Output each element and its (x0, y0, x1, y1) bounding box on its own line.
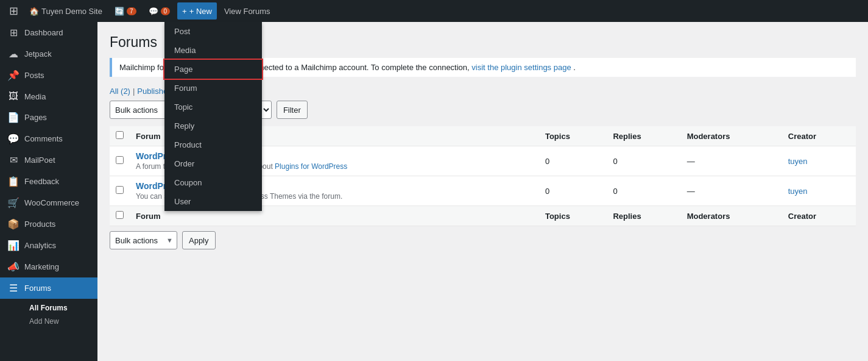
sidebar-subitem-add-new[interactable]: Add New (24, 315, 97, 328)
menu-item-forum[interactable]: Forum (164, 79, 262, 98)
sidebar: ⊞ Dashboard ☁ Jetpack 📌 Posts 🖼 Media 📄 … (0, 22, 97, 361)
row1-checkbox-cell (110, 146, 130, 176)
new-dropdown-menu: Post Media Page Forum Topic Reply Produc… (164, 22, 262, 211)
sidebar-item-woocommerce[interactable]: 🛒 WooCommerce (0, 192, 97, 213)
row1-creator-link[interactable]: tuyen (788, 157, 808, 166)
row1-replies: 0 (607, 146, 680, 176)
jetpack-icon: ☁ (7, 48, 19, 60)
sidebar-label-dashboard: Dashboard (24, 28, 63, 37)
menu-item-product[interactable]: Product (164, 135, 262, 154)
updates-count: 7 (127, 7, 136, 15)
bulk-actions-label-bottom: Bulk actions (110, 236, 163, 245)
home-icon: 🏠 (29, 7, 39, 16)
all-forums-filter[interactable]: All (2) (110, 87, 130, 96)
sidebar-item-pages[interactable]: 📄 Pages (0, 107, 97, 128)
row2-creator-link[interactable]: tuyen (788, 187, 808, 196)
site-link[interactable]: 🏠 Tuyen Demo Site (24, 0, 107, 22)
row1-topics: 0 (539, 146, 607, 176)
updates-icon: 🔄 (115, 7, 124, 16)
sidebar-item-marketing[interactable]: 📣 Marketing (0, 256, 97, 277)
sidebar-label-analytics: Analytics (24, 241, 56, 250)
new-button[interactable]: + + New (177, 2, 217, 20)
wp-logo-icon[interactable]: ⊞ (5, 2, 22, 20)
sidebar-label-feedback: Feedback (24, 177, 59, 186)
bottom-toolbar: Bulk actions ▼ Apply (110, 231, 856, 249)
sidebar-item-analytics[interactable]: 📊 Analytics (0, 235, 97, 256)
products-icon: 📦 (7, 218, 19, 230)
main-layout: ⊞ Dashboard ☁ Jetpack 📌 Posts 🖼 Media 📄 … (0, 22, 868, 361)
th-creator-bottom: Creator (782, 206, 856, 226)
comments-nav-icon: 💬 (7, 133, 19, 145)
comments-icon: 💬 (149, 7, 158, 16)
sidebar-label-jetpack: Jetpack (24, 49, 52, 59)
menu-item-reply[interactable]: Reply (164, 116, 262, 135)
sidebar-submenu-forums: All Forums Add New (0, 299, 97, 331)
pages-icon: 📄 (7, 112, 19, 123)
sidebar-item-media[interactable]: 🖼 Media (0, 86, 97, 107)
notice-link[interactable]: visit the plugin settings page (471, 63, 571, 72)
th-replies-bottom: Replies (607, 206, 680, 226)
th-checkbox (110, 126, 130, 146)
row2-topics: 0 (539, 176, 607, 206)
site-name: Tuyen Demo Site (41, 7, 102, 16)
updates-link[interactable]: 🔄 7 (110, 0, 141, 22)
comments-link[interactable]: 💬 0 (144, 0, 175, 22)
menu-item-media[interactable]: Media (164, 41, 262, 60)
filter-button[interactable]: Filter (277, 101, 308, 119)
sidebar-item-forums[interactable]: ☰ Forums (0, 277, 97, 299)
th-topics: Topics (539, 126, 607, 146)
sidebar-subitem-all-forums[interactable]: All Forums (24, 301, 97, 315)
select-all-checkbox-bottom[interactable] (116, 211, 124, 219)
sidebar-item-mailpoet[interactable]: ✉ MailPoet (0, 149, 97, 171)
comments-count: 0 (161, 7, 171, 15)
view-forums-link[interactable]: View Forums (219, 0, 275, 22)
menu-item-post[interactable]: Post (164, 22, 262, 41)
marketing-icon: 📣 (7, 261, 19, 273)
apply-button-bottom[interactable]: Apply (182, 231, 216, 249)
select-all-checkbox-top[interactable] (116, 131, 124, 139)
sidebar-item-dashboard[interactable]: ⊞ Dashboard (0, 22, 97, 43)
menu-item-order[interactable]: Order (164, 154, 262, 173)
menu-item-page[interactable]: Page (164, 60, 262, 79)
forums-icon: ☰ (7, 282, 19, 294)
row1-creator: tuyen (782, 146, 856, 176)
analytics-icon: 📊 (7, 240, 19, 251)
sidebar-label-products: Products (24, 220, 55, 229)
sidebar-item-feedback[interactable]: 📋 Feedback (0, 171, 97, 192)
bulk-actions-select-bottom[interactable]: Bulk actions ▼ (110, 231, 177, 249)
bulk-actions-label-top: Bulk actions (110, 105, 163, 115)
posts-icon: 📌 (7, 70, 19, 81)
bulk-actions-arrow-bottom: ▼ (163, 237, 177, 244)
sidebar-label-forums: Forums (24, 284, 51, 293)
th-moderators-bottom: Moderators (681, 206, 782, 226)
row2-replies: 0 (607, 176, 680, 206)
menu-item-user[interactable]: User (164, 192, 262, 211)
sidebar-label-posts: Posts (24, 71, 44, 80)
sidebar-item-products[interactable]: 📦 Products (0, 213, 97, 235)
th-checkbox-bottom (110, 206, 130, 226)
menu-item-coupon[interactable]: Coupon (164, 173, 262, 192)
feedback-icon: 📋 (7, 176, 19, 187)
mailpoet-icon: ✉ (7, 154, 19, 166)
sidebar-label-woocommerce: WooCommerce (24, 198, 79, 207)
row1-checkbox[interactable] (116, 156, 124, 164)
row1-desc-link[interactable]: Plugins for WordPress (275, 162, 347, 171)
sidebar-label-mailpoet: MailPoet (24, 155, 55, 165)
sidebar-item-comments[interactable]: 💬 Comments (0, 128, 97, 149)
sidebar-label-marketing: Marketing (24, 262, 59, 271)
sidebar-label-pages: Pages (24, 113, 47, 122)
row2-checkbox[interactable] (116, 186, 124, 194)
dashboard-icon: ⊞ (7, 27, 19, 38)
sidebar-item-jetpack[interactable]: ☁ Jetpack (0, 43, 97, 65)
woocommerce-icon: 🛒 (7, 197, 19, 209)
th-topics-bottom: Topics (539, 206, 607, 226)
menu-item-topic[interactable]: Topic (164, 98, 262, 116)
view-forums-label: View Forums (224, 7, 270, 16)
sidebar-item-posts[interactable]: 📌 Posts (0, 65, 97, 86)
row2-moderators: — (681, 176, 782, 206)
row1-moderators: — (681, 146, 782, 176)
new-label: + New (189, 7, 212, 16)
media-icon: 🖼 (7, 91, 19, 102)
th-moderators: Moderators (681, 126, 782, 146)
sidebar-label-media: Media (24, 92, 46, 101)
